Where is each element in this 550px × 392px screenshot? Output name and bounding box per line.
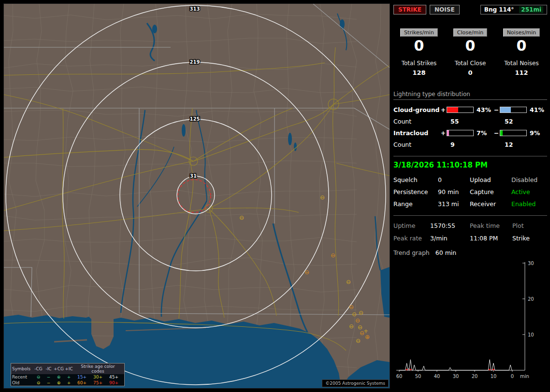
plot-label: Plot	[512, 222, 541, 229]
cg-minus-pct: 41%	[527, 106, 544, 113]
peak-rate-label: Peak rate	[393, 235, 430, 242]
map-canvas: ⊖⊖⊖⊖⊖⊖⊖⊖⊖⊖⊖⊖⊖+⊕ 31321912531	[4, 4, 390, 388]
strikes-per-min-value: 0	[393, 38, 445, 54]
noises-per-min-value: 0	[496, 38, 547, 54]
squelch-value: 0	[438, 176, 470, 183]
strike-symbol: ⊖	[359, 309, 363, 316]
legend-symbol: −	[43, 375, 54, 379]
y-tick-label: 30	[528, 261, 534, 266]
legend-age-code: 60+	[74, 380, 90, 385]
bearing-display: Bng 114° 251mi	[480, 5, 547, 14]
peak-time-label: Peak time	[470, 222, 512, 229]
range-ring-label: 31	[190, 173, 197, 179]
peak-marker	[489, 369, 491, 370]
legend-col-neg-ic: -IC	[43, 366, 54, 371]
close-per-min-value: 0	[445, 38, 496, 54]
peak-marker	[492, 369, 494, 370]
strike-rate-series	[399, 359, 512, 370]
total-noises-value: 112	[496, 69, 547, 76]
ic-count-label: Count	[393, 141, 440, 148]
cg-plus-bar	[447, 107, 474, 113]
trend-graph-row: Trend graph 60 min	[393, 249, 547, 256]
x-tick-label: 30	[453, 374, 459, 379]
legend-row-label: Old	[12, 380, 33, 385]
strike-symbol: ⊖	[331, 252, 335, 259]
legend-col-neg-cg: -CG	[33, 366, 43, 371]
noises-per-min-button[interactable]: Noises/min	[503, 28, 540, 37]
x-tick-label: 40	[434, 374, 440, 379]
upload-label: Upload	[470, 176, 511, 183]
legend-symbol: +	[64, 375, 74, 379]
strike-symbol: ⊖	[320, 194, 325, 201]
ic-plus-count: 9	[447, 141, 493, 148]
x-tick-label: 0	[511, 374, 514, 379]
ic-minus-count: 12	[500, 141, 544, 148]
noises-column: Noises/min 0 Total Noises 112	[496, 27, 547, 76]
upload-value: Disabled	[511, 176, 547, 183]
bearing-value: Bng 114°	[484, 6, 514, 13]
legend-symbol: ⊖	[33, 380, 43, 385]
receiver-value: Enabled	[511, 200, 547, 208]
copyright-notice: ©2005 Astrogenic Systems	[322, 379, 389, 387]
total-close-label: Total Close	[445, 60, 496, 67]
receiver-label: Receiver	[470, 200, 511, 208]
cloud-ground-label: Cloud-ground	[393, 106, 440, 113]
persistence-value: 90 min	[438, 188, 470, 196]
strike-symbol: ⊖	[355, 317, 360, 324]
map-legend: Symbols -CG -IC +CG +IC Strike age color…	[11, 363, 125, 386]
ic-minus-bar-fill	[500, 130, 503, 136]
legend-age-code: 45+	[106, 375, 122, 379]
strike-symbol: ⊖	[239, 214, 244, 221]
y-tick-label: 10	[528, 332, 534, 337]
lightning-map[interactable]: ⊖⊖⊖⊖⊖⊖⊖⊖⊖⊖⊖⊖⊖+⊕ 31321912531 Symbols -CG …	[4, 4, 390, 388]
legend-row-old: Old⊖−⊕+60+75+90+	[11, 380, 124, 386]
range-label: Range	[393, 200, 438, 208]
west-point-lake	[288, 133, 292, 145]
lake-harding	[294, 142, 297, 151]
close-column: Close/min 0 Total Close 0	[445, 27, 496, 76]
lake-guntersville	[152, 25, 157, 33]
x-tick-label: 60	[396, 374, 403, 379]
capture-value: Active	[511, 188, 547, 196]
strike-symbol: ⊖	[356, 337, 361, 344]
cg-plus-bar-fill	[447, 107, 458, 112]
status-grid: Squelch 0 Upload Disabled Persistence 90…	[393, 176, 547, 208]
status-panel: STRIKE NOISE Bng 114° 251mi Strikes/min …	[393, 5, 547, 387]
distribution-grid: Cloud-ground + 43% − 41% Count 55 52 Int…	[393, 106, 547, 148]
ic-plus-bar	[447, 130, 474, 136]
strike-mode-button[interactable]: STRIKE	[393, 5, 426, 14]
x-tick-label: 20	[472, 374, 478, 379]
x-tick-label: 50	[415, 374, 421, 379]
total-close-value: 0	[445, 69, 496, 76]
uptime-label: Uptime	[393, 222, 430, 229]
peak-marker	[409, 369, 411, 370]
strikes-per-min-button[interactable]: Strikes/min	[400, 28, 438, 37]
divider-2	[393, 215, 547, 216]
legend-age-code: 15+	[74, 375, 90, 379]
strike-symbol: ⊕	[365, 334, 370, 340]
legend-age-code: 90+	[106, 380, 122, 385]
panel-topbar: STRIKE NOISE Bng 114° 251mi	[393, 5, 547, 14]
ic-plus-sign: +	[440, 129, 447, 137]
cg-minus-bar	[500, 107, 527, 113]
noise-mode-button[interactable]: NOISE	[430, 5, 460, 14]
rate-columns: Strikes/min 0 Total Strikes 128 Close/mi…	[393, 27, 547, 76]
legend-symbol: ⊖	[33, 375, 43, 379]
legend-symbol: +	[64, 380, 74, 385]
trend-graph-value: 60 min	[435, 249, 456, 256]
trend-graph-chart: 1020306050403020100min	[393, 258, 546, 385]
legend-row-label: Recent	[12, 375, 33, 379]
peak-time-value: 11:08 PM	[470, 235, 512, 242]
ic-minus-sign: −	[493, 129, 500, 137]
strike-symbol: ⊖	[304, 269, 309, 276]
total-strikes-value: 128	[393, 69, 445, 76]
cg-plus-count: 55	[447, 118, 493, 125]
legend-age-code: 75+	[90, 380, 106, 385]
legend-age-header: Strike age color codes	[74, 364, 122, 374]
cg-minus-count: 52	[500, 118, 544, 125]
range-value: 313 mi	[438, 200, 470, 208]
cg-minus-sign: −	[493, 106, 500, 113]
legend-symbol: ⊕	[54, 380, 64, 385]
close-per-min-button[interactable]: Close/min	[453, 28, 487, 37]
strike-symbol: ⊖	[352, 311, 357, 318]
